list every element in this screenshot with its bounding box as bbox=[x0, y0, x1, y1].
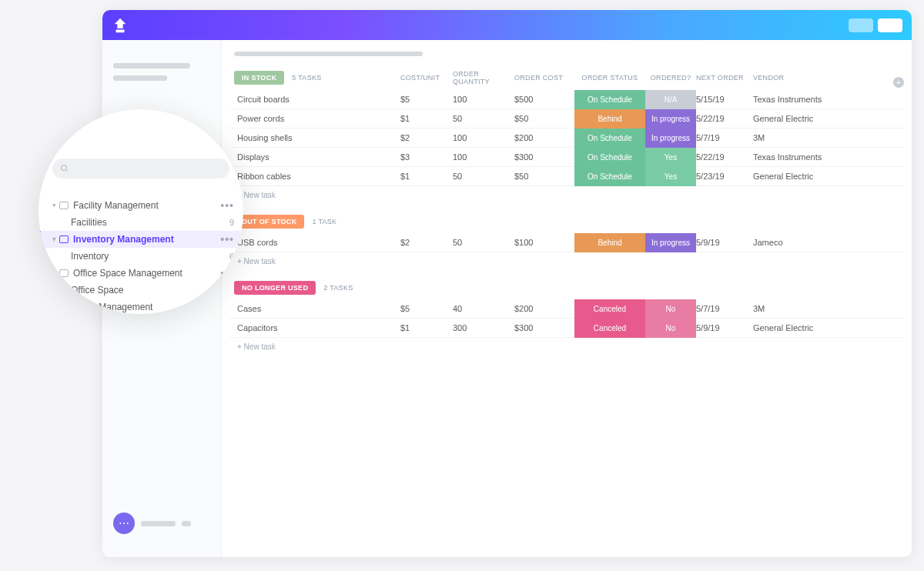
chevron-down-icon: ▸ bbox=[51, 238, 59, 242]
task-cost: $5 bbox=[400, 95, 453, 104]
task-date: 5/9/19 bbox=[696, 323, 753, 332]
table-row[interactable]: USB cords $2 50 $100 Behind In progress … bbox=[229, 233, 904, 252]
task-name: Housing shells bbox=[234, 133, 400, 142]
ordered-badge[interactable]: In progress bbox=[645, 233, 696, 252]
task-cost: $1 bbox=[400, 114, 453, 123]
add-column-button[interactable]: + bbox=[893, 77, 904, 88]
group-count: 5 TASKS bbox=[292, 74, 321, 82]
task-qty: 50 bbox=[453, 238, 514, 247]
table-row[interactable]: Power cords $1 50 $50 Behind In progress… bbox=[229, 109, 904, 129]
table-row[interactable]: Housing shells $2 100 $200 On Schedule I… bbox=[229, 129, 904, 148]
task-qty: 40 bbox=[453, 304, 514, 313]
col-status[interactable]: ORDER STATUS bbox=[574, 74, 645, 82]
col-nextorder[interactable]: NEXT ORDER bbox=[696, 74, 753, 82]
header-bar bbox=[102, 10, 912, 40]
status-badge[interactable]: On Schedule bbox=[574, 90, 645, 109]
task-ordercost: $500 bbox=[514, 95, 574, 104]
col-ordered[interactable]: ORDERED? bbox=[645, 74, 696, 82]
task-cost: $1 bbox=[400, 172, 453, 181]
search-input[interactable] bbox=[52, 159, 229, 179]
task-cost: $5 bbox=[400, 304, 453, 313]
task-date: 5/7/19 bbox=[696, 304, 753, 313]
task-ordercost: $200 bbox=[514, 133, 574, 142]
table-row[interactable]: Circuit boards $5 100 $500 On Schedule N… bbox=[229, 90, 904, 109]
header-control-1[interactable] bbox=[849, 18, 873, 32]
ordered-badge[interactable]: No bbox=[645, 299, 696, 319]
task-name: Displays bbox=[234, 152, 400, 162]
task-cost: $2 bbox=[400, 238, 453, 247]
chevron-down-icon: ▸ bbox=[51, 204, 59, 208]
task-ordercost: $50 bbox=[514, 172, 574, 181]
new-task-button[interactable]: + New task bbox=[229, 338, 904, 366]
task-qty: 50 bbox=[453, 114, 514, 123]
task-cost: $2 bbox=[400, 133, 453, 142]
sidebar-item-label: Office Space bbox=[71, 285, 123, 296]
task-qty: 50 bbox=[453, 172, 514, 181]
task-ordercost: $50 bbox=[514, 114, 574, 123]
col-ordercost[interactable]: ORDER COST bbox=[514, 74, 574, 82]
task-date: 5/15/19 bbox=[696, 95, 753, 104]
task-vendor: 3M bbox=[753, 133, 899, 142]
sidebar-item[interactable]: Inventory 6 bbox=[38, 248, 243, 265]
task-qty: 100 bbox=[453, 152, 514, 162]
status-badge[interactable]: On Schedule bbox=[574, 167, 645, 186]
col-vendor[interactable]: VENDOR bbox=[753, 74, 899, 82]
status-badge[interactable]: On Schedule bbox=[574, 129, 645, 148]
header-control-2[interactable] bbox=[878, 18, 902, 32]
task-vendor: Jameco bbox=[753, 238, 899, 247]
sidebar-item-label: Facilities bbox=[71, 217, 107, 228]
task-ordercost: $300 bbox=[514, 323, 574, 332]
new-task-button[interactable]: + New task bbox=[229, 186, 904, 215]
ordered-badge[interactable]: Yes bbox=[645, 167, 696, 186]
progress-stub bbox=[234, 52, 423, 56]
task-cost: $3 bbox=[400, 152, 453, 162]
new-task-button[interactable]: + New task bbox=[229, 252, 904, 281]
table-row[interactable]: Capacitors $1 300 $300 Canceled No 5/9/1… bbox=[229, 319, 904, 338]
table-row[interactable]: Displays $3 100 $300 On Schedule Yes 5/2… bbox=[229, 148, 904, 167]
ordered-badge[interactable]: In progress bbox=[645, 109, 696, 129]
task-date: 5/7/19 bbox=[696, 133, 753, 142]
folder-icon bbox=[59, 202, 69, 209]
task-cost: $1 bbox=[400, 323, 453, 332]
group-badge[interactable]: NO LONGER USED bbox=[234, 281, 316, 295]
sidebar-item-label: Inventory Management bbox=[73, 234, 174, 245]
ordered-badge[interactable]: Yes bbox=[645, 148, 696, 167]
status-badge[interactable]: Behind bbox=[574, 109, 645, 129]
more-icon[interactable]: ••• bbox=[220, 234, 234, 245]
task-ordercost: $200 bbox=[514, 304, 574, 313]
sidebar-folder[interactable]: ▸ Facility Management ••• bbox=[38, 197, 243, 214]
col-cost[interactable]: COST/UNIT bbox=[400, 74, 453, 82]
task-vendor: 3M bbox=[753, 304, 899, 313]
table-row[interactable]: Cases $5 40 $200 Canceled No 5/7/19 3M bbox=[229, 299, 904, 319]
ordered-badge[interactable]: No bbox=[645, 319, 696, 338]
ordered-badge[interactable]: N/A bbox=[645, 90, 696, 109]
task-ordercost: $300 bbox=[514, 152, 574, 162]
col-qty[interactable]: ORDER QUANTITY bbox=[453, 70, 514, 85]
task-vendor: Texas Instruments bbox=[753, 95, 899, 104]
sidebar-folder[interactable]: ▸ Office Space Management ••• bbox=[38, 265, 243, 282]
task-name: USB cords bbox=[234, 238, 400, 247]
task-vendor: General Electric bbox=[753, 172, 899, 181]
group-count: 1 TASK bbox=[312, 218, 336, 225]
more-icon[interactable]: ••• bbox=[220, 200, 234, 211]
group-badge[interactable]: IN STOCK bbox=[234, 71, 284, 85]
table-row[interactable]: Ribbon cables $1 50 $50 On Schedule Yes … bbox=[229, 167, 904, 186]
sidebar-item[interactable]: Facilities 9 bbox=[38, 214, 243, 231]
status-badge[interactable]: Canceled bbox=[574, 319, 645, 338]
chevron-down-icon: ▸ bbox=[51, 272, 59, 275]
logo-icon bbox=[112, 17, 129, 34]
task-date: 5/22/19 bbox=[696, 152, 753, 162]
status-badge[interactable]: Behind bbox=[574, 233, 645, 252]
chat-icon[interactable]: ⋯ bbox=[113, 513, 135, 534]
main-pane: + IN STOCK 5 TASKS COST/UNITORDER QUANTI… bbox=[222, 40, 912, 557]
status-badge[interactable]: Canceled bbox=[574, 299, 645, 319]
task-ordercost: $100 bbox=[514, 238, 574, 247]
status-badge[interactable]: On Schedule bbox=[574, 148, 645, 167]
task-qty: 100 bbox=[453, 133, 514, 142]
task-name: Capacitors bbox=[234, 323, 400, 332]
ordered-badge[interactable]: In progress bbox=[645, 129, 696, 148]
group-badge[interactable]: OUT OF STOCK bbox=[234, 215, 304, 229]
task-date: 5/9/19 bbox=[696, 238, 753, 247]
sidebar-folder[interactable]: ▸ Inventory Management ••• bbox=[38, 231, 243, 248]
task-qty: 100 bbox=[453, 95, 514, 104]
